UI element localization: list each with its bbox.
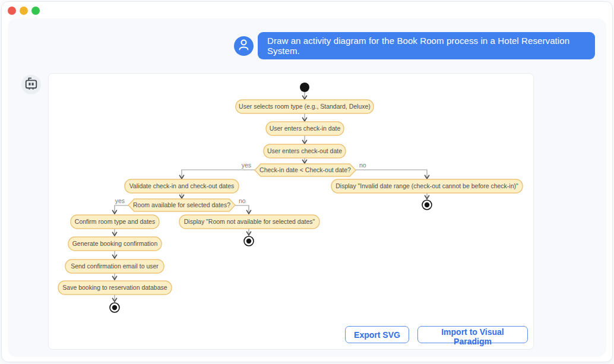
node-label-a8: Generate booking confirmation — [72, 240, 158, 247]
traffic-lights — [8, 7, 40, 15]
export-svg-button[interactable]: Export SVG — [345, 326, 409, 343]
node-label-a1: User selects room type (e.g., Standard, … — [239, 103, 371, 110]
user-message-bubble: Draw an activity diagram for the Book Ro… — [258, 32, 595, 59]
maximize-window-button[interactable] — [31, 7, 40, 15]
node-label-a5: Display "Invalid date range (check-out c… — [336, 182, 518, 189]
end-node-dot — [425, 202, 429, 207]
diagram-edge — [115, 205, 128, 214]
user-message-text: Draw an activity diagram for the Book Ro… — [267, 36, 585, 56]
node-label-a7: Display "Room not available for selected… — [184, 218, 315, 225]
import-to-visual-paradigm-button[interactable]: Import to Visual Paradigm — [417, 326, 528, 343]
close-window-button[interactable] — [8, 7, 16, 15]
end-node-dot — [112, 305, 117, 310]
node-label-a2: User enters check-in date — [270, 125, 341, 132]
chat-panel: Draw an activity diagram for the Book Ro… — [8, 18, 606, 357]
node-label-a3: User enters check-out date — [267, 147, 342, 154]
diagram-edge — [356, 170, 427, 179]
minimize-window-button[interactable] — [20, 7, 28, 15]
edge-label-no: no — [239, 197, 246, 204]
node-label-a4: Validate check-in and check-out dates — [129, 182, 235, 189]
node-label-a9: Send confirmation email to user — [71, 262, 159, 270]
person-icon — [234, 35, 254, 57]
end-node-dot — [246, 239, 251, 243]
robot-icon — [21, 74, 41, 96]
node-label-a6: Confirm room type and dates — [75, 218, 155, 225]
node-label-d1: Check-in date < Check-out date? — [259, 166, 351, 173]
node-label-d2: Room available for selected dates? — [133, 201, 230, 208]
activity-diagram: yesnoyesnoUser selects room type (e.g., … — [49, 74, 534, 350]
edge-label-yes: yes — [242, 162, 251, 169]
diagram-edge — [182, 170, 255, 179]
edge-label-yes: yes — [115, 197, 125, 204]
edge-label-no: no — [359, 162, 366, 169]
start-node — [300, 83, 309, 92]
window-titlebar — [2, 2, 612, 18]
diagram-edge — [235, 205, 249, 214]
bot-avatar — [21, 75, 41, 94]
diagram-canvas: yesnoyesnoUser selects room type (e.g., … — [48, 73, 534, 350]
user-avatar — [234, 36, 254, 56]
app-window: Draw an activity diagram for the Book Ro… — [1, 1, 613, 362]
node-label-a10: Save booking to reservation database — [62, 284, 167, 291]
